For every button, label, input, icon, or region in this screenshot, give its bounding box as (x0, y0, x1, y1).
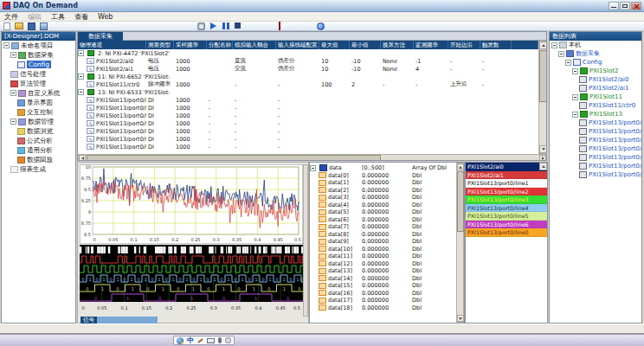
data-list-item-本机[interactable]: 本机 (550, 41, 641, 49)
project-tree-item-算法管理[interactable]: 算法管理 (2, 79, 75, 88)
maximize-button[interactable] (620, 2, 630, 10)
expander-icon[interactable] (572, 68, 578, 74)
variable-row[interactable]: data[9]0.000000Dbl (310, 238, 464, 246)
signal-name-field[interactable] (97, 317, 158, 324)
run-icon[interactable] (210, 22, 216, 29)
menu-item-5[interactable]: Web (98, 13, 113, 21)
data-list-item-PXI1Slot13/port0/line5[interactable]: PXI1Slot13/port0/line5 (550, 153, 641, 162)
column-header-监测频率[interactable]: 监测频率 (414, 41, 448, 49)
variable-row[interactable]: data[0]0.000000Dbl (310, 172, 464, 180)
language-ball-icon[interactable] (177, 337, 184, 344)
column-header-测量类型[interactable]: 测量类型 (146, 41, 174, 49)
variable-row[interactable]: data[16]0.000000Dbl (310, 290, 464, 298)
column-header-触发数[interactable]: 触发数 (480, 41, 512, 49)
table-scroll-right-icon[interactable] (539, 155, 546, 161)
column-header-最小值[interactable]: 最小值 (350, 41, 381, 49)
menu-item-4[interactable]: 查看 (74, 12, 88, 22)
legend-item[interactable]: PXI1Slot13/port0/line4 (466, 204, 547, 213)
variable-row[interactable]: data[6]0.000000Dbl (310, 216, 464, 224)
column-header-换算方法[interactable]: 换算方法 (381, 41, 414, 49)
column-header-开始边沿[interactable]: 开始边沿 (448, 41, 480, 49)
data-list-item-数据采集[interactable]: 数据采集 (550, 49, 641, 58)
variable-row[interactable]: data[8]0.000000Dbl (310, 231, 464, 239)
variable-row[interactable]: data[11]0.000000Dbl (310, 253, 464, 260)
expander-icon[interactable] (572, 112, 578, 118)
expander-icon[interactable] (78, 50, 84, 56)
data-list-item-PXI1Slot13/port0/line2[interactable]: PXI1Slot13/port0/line2 (550, 127, 641, 136)
table-scroll-left-icon[interactable] (79, 155, 86, 161)
channel-row[interactable]: ∿PXI1Slot13/port0/line5DI1000--- (78, 127, 538, 135)
channel-row[interactable]: ∿PXI1Slot13/port0/line6DI1000--- (78, 135, 538, 143)
pen-icon[interactable] (197, 337, 203, 343)
project-tree-item-数据浏览[interactable]: 数据浏览 (2, 126, 75, 136)
chinese-mode-icon[interactable]: 中 (187, 336, 194, 344)
variable-row[interactable]: data[17]0.000000Dbl (310, 297, 464, 304)
column-header-输入接线端配置[interactable]: 输入接线端配置 (276, 41, 319, 49)
expander-icon[interactable] (78, 74, 84, 80)
legend-item[interactable]: PXI1Slot13/port0/line0 (466, 228, 547, 237)
new-file-icon[interactable] (3, 22, 10, 30)
channel-row[interactable]: ∿PXI1Slot13/port0/line2DI1000--- (78, 104, 538, 112)
data-list-item-PXI1Slot13[interactable]: PXI1Slot13 (550, 110, 641, 119)
variable-row[interactable]: data[2]0.000000Dbl (310, 187, 464, 195)
settings-gear-icon[interactable] (225, 337, 231, 343)
legend-scroll-up-icon[interactable] (539, 163, 547, 170)
variable-row[interactable]: data[10]0.000000Dbl (310, 246, 464, 253)
legend-item[interactable]: PXI1Slot13/port0/line3 (466, 195, 547, 204)
table-hscrollbar[interactable] (78, 154, 547, 161)
channel-row[interactable]: ∿PXI1Slot2/ai1电压1000交流伪差分10-10None4-- (78, 65, 538, 73)
table-hscroll-thumb[interactable] (87, 155, 381, 161)
channel-row[interactable]: ∿PXI1Slot2/ai0电压1000直流伪差分10-10None-1-- (78, 57, 538, 65)
data-list-item-PXI1Slot13/port0/line1[interactable]: PXI1Slot13/port0/line1 (550, 119, 641, 127)
variable-row[interactable]: data[5]0.000000Dbl (310, 208, 464, 216)
project-tree-item-自定义系统[interactable]: 自定义系统 (2, 88, 75, 98)
vars-scroll-down-icon[interactable] (457, 315, 464, 322)
record-icon[interactable] (279, 22, 280, 30)
data-list-item-PXI1Slot2/ai0[interactable]: PXI1Slot2/ai0 (550, 75, 641, 84)
variable-row[interactable]: data[18]0.000000Dbl (310, 304, 464, 312)
stop-icon[interactable] (235, 22, 241, 29)
save-icon[interactable] (28, 22, 35, 30)
variable-row[interactable]: data[3]0.000000Dbl (310, 194, 464, 202)
legend-item[interactable]: PXI1Slot13/port0/line6 (466, 221, 547, 229)
analog-waveform-chart[interactable]: 109.759.59.2598.758.500.050.10.150.20.25… (80, 164, 303, 244)
data-list-item-PXI1Slot11/ctr0[interactable]: PXI1Slot11/ctr0 (550, 101, 641, 110)
legend-item[interactable]: PXI1Slot13/port0/line5 (466, 212, 547, 221)
save-report-icon[interactable] (40, 22, 48, 30)
channel-row[interactable]: ∿PXI1Slot11/ctr0脉冲频率1000--1002--上升沿- (78, 80, 538, 88)
legend-item[interactable]: PXI1Slot2/ai1 (466, 171, 547, 180)
expander-icon[interactable] (10, 90, 16, 96)
variable-row[interactable]: data[1]0.000000Dbl (310, 179, 464, 187)
minimize-button[interactable] (609, 2, 619, 10)
expander-icon[interactable] (565, 60, 571, 66)
data-list-item-PXI1Slot13/port0/line0[interactable]: PXI1Slot13/port0/line0 (550, 170, 641, 179)
project-tree-item-数据管理[interactable]: 数据管理 (2, 117, 75, 126)
channel-row[interactable]: ∿PXI1Slot13/port0/line4DI1000--- (78, 119, 538, 127)
expander-icon[interactable] (10, 52, 16, 58)
data-list-item-PXI1Slot13/port0/line6[interactable]: PXI1Slot13/port0/line6 (550, 162, 641, 170)
ime-language-bar[interactable]: 中 (173, 336, 235, 345)
data-list-item-PXI1Slot11[interactable]: PXI1Slot11 (550, 93, 641, 101)
variable-row[interactable]: data[12]0.000000Dbl (310, 260, 464, 268)
column-header-分配名称[interactable]: 分配名称 (207, 41, 233, 49)
data-list-item-Config[interactable]: Config (550, 58, 641, 67)
expander-icon[interactable] (10, 119, 16, 125)
vars-vscrollbar[interactable] (456, 163, 464, 323)
vars-scroll-up-icon[interactable] (457, 163, 464, 170)
project-tree-item-未命名项目[interactable]: 未命名项目 (2, 41, 75, 50)
data-list-item-PXI1Slot13/port0/line4[interactable]: PXI1Slot13/port0/line4 (550, 144, 641, 153)
table-vscroll-thumb[interactable] (539, 50, 547, 102)
keyboard-icon[interactable] (207, 338, 215, 343)
device-group-row[interactable]: 13: NI PXI-6533 'PXI1Slot: (78, 88, 538, 96)
pause-icon[interactable] (222, 22, 229, 29)
legend-item[interactable]: PXI1Slot2/ai0 (466, 163, 547, 171)
project-tree-item-Config[interactable]: Config (2, 60, 75, 69)
project-tree-item-信号处理[interactable]: 信号处理 (2, 69, 75, 79)
taskbar[interactable]: 中 (0, 334, 644, 346)
variable-row[interactable]: data[13]0.000000Dbl (310, 267, 464, 275)
legend-item[interactable]: PXI1Slot13/port0/line1 (466, 179, 547, 188)
expander-icon[interactable] (551, 42, 557, 48)
table-vscrollbar[interactable] (538, 41, 547, 154)
channel-row[interactable]: ∿PXI1Slot13/port0/line3DI1000--- (78, 112, 538, 119)
vars-vscroll-thumb[interactable] (457, 171, 464, 232)
